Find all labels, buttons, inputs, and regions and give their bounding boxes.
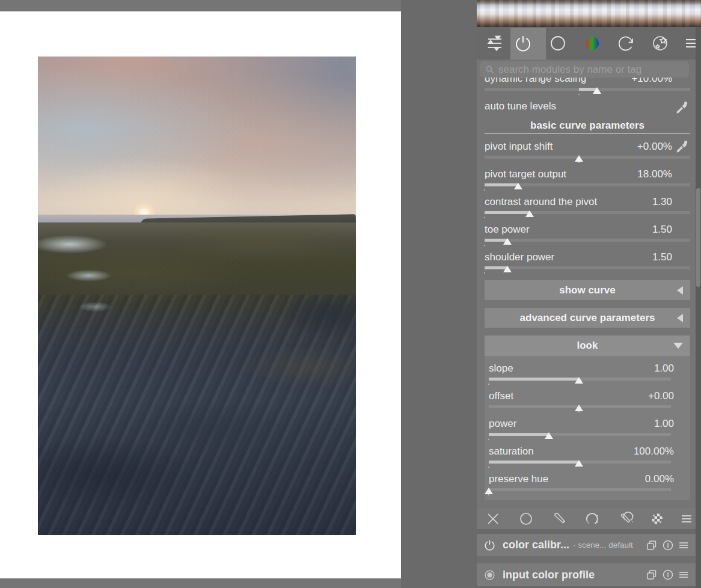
slider-value: +0.00	[648, 390, 674, 403]
slider-pivot-input-shift[interactable]: pivot input shift +0.00%	[485, 140, 690, 159]
module-header-color-calibration[interactable]: color calibr... · scene... default	[477, 534, 701, 556]
module-search[interactable]: search modules by name or tag	[480, 61, 689, 78]
mask-raster-icon[interactable]	[650, 512, 664, 526]
reset-parameters-icon[interactable]	[662, 569, 674, 581]
look-title: look	[577, 340, 598, 352]
slider-track[interactable]	[485, 239, 690, 242]
slider-toe-power[interactable]: toe power 1.50	[485, 223, 690, 242]
canvas-bottom-strip	[0, 578, 401, 588]
auto-tune-label: auto tune levels	[485, 100, 556, 113]
module-name[interactable]: input color profile	[503, 569, 595, 581]
slider-track[interactable]	[489, 488, 671, 491]
slider-track[interactable]	[485, 266, 690, 269]
module-group-toolbar	[477, 27, 701, 60]
slider-track[interactable]	[489, 461, 671, 464]
pivot-input-shift-picker-icon[interactable]	[675, 139, 688, 153]
slider-track[interactable]	[485, 211, 690, 214]
reset-parameters-icon[interactable]	[662, 539, 674, 551]
slider-value: 1.00	[654, 417, 674, 430]
slider-label: toe power	[485, 223, 530, 236]
slider-value: 1.00	[654, 362, 674, 375]
slider-track[interactable]	[489, 405, 671, 408]
photo-sky	[38, 57, 356, 215]
slider-label: slope	[489, 362, 513, 375]
blending-toolbar	[477, 508, 701, 529]
slider-value: 1.50	[652, 251, 690, 264]
slider-power[interactable]: power 1.00	[489, 417, 674, 436]
presets-icon[interactable]	[678, 569, 690, 581]
slider-contrast-around-pivot[interactable]: contrast around the pivot 1.30	[485, 195, 690, 214]
mask-drawn-parametric-icon[interactable]	[620, 512, 634, 526]
scrollbar-thumb[interactable]	[696, 188, 700, 287]
effects-group-icon[interactable]	[652, 35, 669, 52]
mask-off-icon[interactable]	[486, 512, 500, 526]
slider-preserve-hue[interactable]: preserve hue 0.00%	[489, 473, 674, 491]
section-underline	[485, 133, 690, 133]
advanced-curve-parameters-button[interactable]: advanced curve parameters	[485, 308, 690, 328]
darktable-window: dynamic range scaling +10.00% search mod…	[0, 0, 701, 588]
module-always-on-icon	[484, 569, 495, 581]
search-icon	[486, 66, 494, 74]
show-curve-button[interactable]: show curve	[485, 280, 690, 300]
section-basic-curve-parameters: basic curve parameters	[485, 120, 690, 132]
mask-parametric-icon[interactable]	[585, 512, 599, 526]
look-section-header[interactable]: look	[485, 335, 690, 356]
slider-track[interactable]	[489, 433, 671, 436]
slider-offset[interactable]: offset +0.00	[489, 390, 674, 408]
slider-slope[interactable]: slope 1.00	[489, 362, 674, 381]
multi-instance-icon[interactable]	[646, 569, 658, 581]
slider-value: 18.00%	[637, 168, 690, 181]
center-canvas	[0, 0, 401, 588]
slider-value: 100.00%	[634, 445, 674, 458]
color-group-icon[interactable]	[584, 35, 601, 52]
slider-saturation[interactable]: saturation 100.00%	[489, 445, 674, 464]
auto-tune-picker-icon[interactable]	[675, 100, 688, 114]
slider-label: contrast around the pivot	[485, 195, 597, 209]
edited-photo[interactable]	[38, 57, 356, 535]
panel-scrollbar[interactable]	[696, 27, 701, 588]
photo-rocks	[38, 295, 356, 535]
slider-pivot-target-output[interactable]: pivot target output 18.00%	[485, 168, 690, 186]
slider-track[interactable]	[485, 156, 690, 159]
correct-group-icon[interactable]	[617, 35, 634, 52]
slider-label: preserve hue	[489, 473, 548, 486]
right-panel: dynamic range scaling +10.00% search mod…	[477, 0, 701, 588]
auto-tune-levels-row[interactable]: auto tune levels	[485, 100, 690, 113]
slider-label: offset	[489, 390, 513, 403]
search-placeholder: search modules by name or tag	[498, 64, 641, 76]
slider-value: 0.00%	[645, 473, 674, 486]
slider-label: pivot target output	[485, 168, 566, 181]
blending-menu-icon[interactable]	[679, 512, 694, 526]
module-separator	[477, 529, 701, 534]
slider-label: pivot input shift	[485, 140, 553, 153]
module-preset-label: · scene... default	[573, 541, 633, 550]
slider-label: shoulder power	[485, 251, 554, 264]
slider-label: power	[489, 417, 516, 430]
canvas-top-strip	[0, 0, 401, 11]
active-modules-icon[interactable]	[515, 35, 531, 52]
slider-track[interactable]	[489, 378, 671, 381]
module-power-icon[interactable]	[484, 539, 495, 551]
slider-track[interactable]	[485, 183, 690, 186]
module-name[interactable]: color calibr...	[503, 539, 569, 551]
slider-label: saturation	[489, 445, 534, 458]
multi-instance-icon[interactable]	[646, 539, 658, 551]
advanced-curve-label: advanced curve parameters	[520, 312, 655, 324]
collapsed-arrow-icon	[677, 286, 683, 295]
slider-track[interactable]	[485, 88, 690, 91]
module-header-input-color-profile[interactable]: input color profile	[477, 563, 701, 586]
mask-drawn-icon[interactable]	[553, 512, 567, 526]
slider-value: 1.50	[652, 223, 690, 236]
show-curve-label: show curve	[559, 284, 616, 296]
waveform-scope[interactable]	[477, 0, 701, 27]
quick-access-panel-icon[interactable]	[486, 35, 503, 52]
slider-shoulder-power[interactable]: shoulder power 1.50	[485, 251, 690, 269]
look-section: look slope 1.00 offset +0.00 power 1.00 …	[485, 335, 690, 500]
presets-icon[interactable]	[678, 539, 690, 551]
expanded-arrow-icon	[673, 343, 683, 349]
slider-value: 1.30	[652, 195, 690, 209]
base-group-icon[interactable]	[549, 35, 566, 52]
mask-uniform-icon[interactable]	[519, 512, 533, 526]
collapsed-arrow-icon	[677, 314, 683, 322]
module-separator	[477, 556, 701, 563]
